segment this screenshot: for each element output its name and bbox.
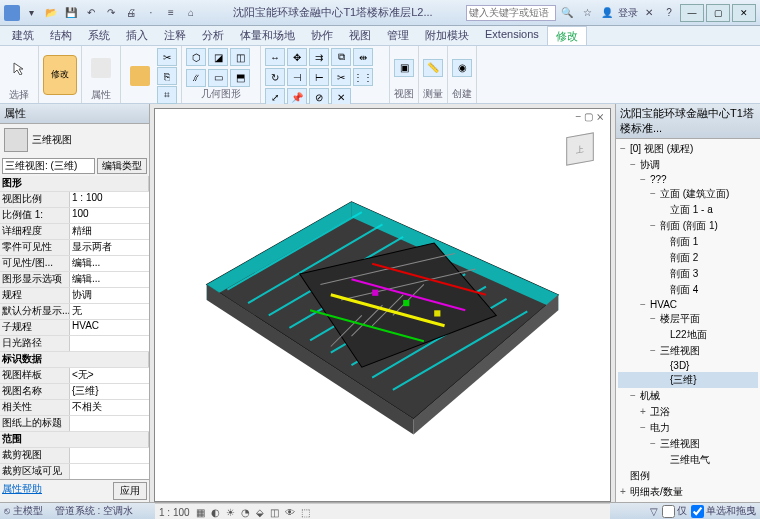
visual-style-icon[interactable]: ◐ bbox=[211, 507, 220, 518]
comm-icon[interactable]: ☆ bbox=[578, 4, 596, 22]
prop-group[interactable]: 图形 bbox=[0, 176, 149, 192]
ribbon-tab-0[interactable]: 建筑 bbox=[4, 26, 42, 45]
split2-icon[interactable]: ✂ bbox=[331, 68, 351, 86]
measure-icon[interactable]: ≡ bbox=[162, 4, 180, 22]
sun-icon[interactable]: ☀ bbox=[226, 507, 235, 518]
prop-group[interactable]: 范围 bbox=[0, 432, 149, 448]
join-icon[interactable]: ◫ bbox=[230, 48, 250, 66]
help-icon[interactable]: ? bbox=[660, 4, 678, 22]
tree-node[interactable]: {三维} bbox=[618, 372, 758, 388]
tree-node[interactable]: 立面 1 - a bbox=[618, 202, 758, 218]
ribbon-tab-3[interactable]: 插入 bbox=[118, 26, 156, 45]
prop-row[interactable]: 相关性不相关 bbox=[0, 400, 149, 416]
tree-node[interactable]: −协调 bbox=[618, 157, 758, 173]
status-only-chk[interactable]: 仅 bbox=[662, 504, 687, 518]
align-icon[interactable]: ↔ bbox=[265, 48, 285, 66]
match-icon[interactable]: ⌗ bbox=[157, 86, 177, 104]
tree-node[interactable]: 剖面 1 bbox=[618, 234, 758, 250]
ribbon-tab-10[interactable]: 附加模块 bbox=[417, 26, 477, 45]
split-icon[interactable]: ⫽ bbox=[186, 69, 206, 87]
cut-icon[interactable]: ✂ bbox=[157, 48, 177, 66]
edit-type-button[interactable]: 编辑类型 bbox=[97, 158, 147, 174]
tree-node[interactable]: +卫浴 bbox=[618, 404, 758, 420]
crop-icon[interactable]: ◫ bbox=[270, 507, 279, 518]
prop-row[interactable]: 视图样板<无> bbox=[0, 368, 149, 384]
prop-row[interactable]: 日光路径 bbox=[0, 336, 149, 352]
view-tool[interactable]: ▣ bbox=[394, 59, 414, 77]
select-tool[interactable] bbox=[4, 48, 34, 88]
home-icon[interactable]: ⌂ bbox=[182, 4, 200, 22]
scale-control[interactable]: 1 : 100 bbox=[159, 507, 190, 518]
tree-node[interactable]: −??? bbox=[618, 173, 758, 186]
save-icon[interactable]: 💾 bbox=[62, 4, 80, 22]
status-drag-chk[interactable]: 单选和拖曳 bbox=[691, 504, 756, 518]
tree-node[interactable]: {3D} bbox=[618, 359, 758, 372]
instance-selector[interactable]: 三维视图: (三维) bbox=[2, 158, 95, 174]
view-window[interactable]: − ▢ ⨯ 上 bbox=[154, 108, 611, 502]
prop-row[interactable]: 可见性/图...编辑... bbox=[0, 256, 149, 272]
prop-row[interactable]: 零件可见性显示两者 bbox=[0, 240, 149, 256]
tree-node[interactable]: 三维电气 bbox=[618, 452, 758, 468]
ribbon-tab-1[interactable]: 结构 bbox=[42, 26, 80, 45]
view-cube[interactable]: 上 bbox=[560, 129, 600, 169]
prop-row[interactable]: 裁剪区域可见 bbox=[0, 464, 149, 479]
hide-icon[interactable]: 👁 bbox=[285, 507, 295, 518]
tree-node[interactable]: +明细表/数量 bbox=[618, 484, 758, 500]
render-icon[interactable]: ⬙ bbox=[256, 507, 264, 518]
prop-row[interactable]: 比例值 1:100 bbox=[0, 208, 149, 224]
tree-node[interactable]: −HVAC bbox=[618, 298, 758, 311]
minimize-button[interactable]: — bbox=[680, 4, 704, 22]
reveal-icon[interactable]: ⬚ bbox=[301, 507, 310, 518]
qat-menu[interactable]: ▾ bbox=[22, 4, 40, 22]
properties-help-link[interactable]: 属性帮助 bbox=[2, 482, 42, 500]
ribbon-tab-8[interactable]: 视图 bbox=[341, 26, 379, 45]
tree-node[interactable]: 剖面 4 bbox=[618, 282, 758, 298]
prop-row[interactable]: 图形显示选项编辑... bbox=[0, 272, 149, 288]
modify-tool[interactable]: 修改 bbox=[43, 55, 77, 95]
demo-icon[interactable]: ⬒ bbox=[230, 69, 250, 87]
redo-icon[interactable]: ↷ bbox=[102, 4, 120, 22]
apply-button[interactable]: 应用 bbox=[113, 482, 147, 500]
copy-icon[interactable]: ⎘ bbox=[157, 67, 177, 85]
prop-row[interactable]: 裁剪视图 bbox=[0, 448, 149, 464]
prop-group[interactable]: 标识数据 bbox=[0, 352, 149, 368]
tree-node[interactable]: −机械 bbox=[618, 388, 758, 404]
status-workset[interactable]: ⎋ 主模型 bbox=[4, 504, 43, 518]
ribbon-tab-9[interactable]: 管理 bbox=[379, 26, 417, 45]
ribbon-tab-5[interactable]: 分析 bbox=[194, 26, 232, 45]
search-input[interactable] bbox=[466, 5, 556, 21]
tree-node[interactable]: −[0] 视图 (规程) bbox=[618, 141, 758, 157]
cut-geom-icon[interactable]: ◪ bbox=[208, 48, 228, 66]
tree-node[interactable]: 图例 bbox=[618, 468, 758, 484]
exchange-icon[interactable]: ✕ bbox=[640, 4, 658, 22]
create-tool[interactable]: ◉ bbox=[452, 59, 472, 77]
user-icon[interactable]: 👤 bbox=[598, 4, 616, 22]
paste-tool[interactable] bbox=[125, 56, 155, 96]
ribbon-tab-12[interactable]: 修改 bbox=[547, 26, 587, 45]
measure-tool[interactable]: 📏 bbox=[423, 59, 443, 77]
move-icon[interactable]: ✥ bbox=[287, 48, 307, 66]
maximize-button[interactable]: ▢ bbox=[706, 4, 730, 22]
ribbon-tab-7[interactable]: 协作 bbox=[303, 26, 341, 45]
status-filter[interactable]: ▽ bbox=[650, 504, 658, 518]
ribbon-tab-11[interactable]: Extensions bbox=[477, 26, 547, 45]
close-button[interactable]: ✕ bbox=[732, 4, 756, 22]
properties-tool[interactable] bbox=[86, 48, 116, 88]
properties-grid[interactable]: 图形视图比例1 : 100比例值 1:100详细程度精细零件可见性显示两者可见性… bbox=[0, 176, 149, 479]
tree-node[interactable]: −三维视图 bbox=[618, 436, 758, 452]
array-icon[interactable]: ⋮⋮ bbox=[353, 68, 373, 86]
undo-icon[interactable]: ↶ bbox=[82, 4, 100, 22]
tree-node[interactable]: L22地面 bbox=[618, 327, 758, 343]
detail-icon[interactable]: ▦ bbox=[196, 507, 205, 518]
model-3d-view[interactable] bbox=[155, 109, 610, 501]
shadow-icon[interactable]: ◔ bbox=[241, 507, 250, 518]
ribbon-tab-4[interactable]: 注释 bbox=[156, 26, 194, 45]
rotate-icon[interactable]: ↻ bbox=[265, 68, 285, 86]
wall-icon[interactable]: ▭ bbox=[208, 69, 228, 87]
tree-node[interactable]: 图纸 (全部) bbox=[618, 500, 758, 502]
tree-node[interactable]: 剖面 3 bbox=[618, 266, 758, 282]
tree-node[interactable]: −电力 bbox=[618, 420, 758, 436]
tree-node[interactable]: 剖面 2 bbox=[618, 250, 758, 266]
tree-node[interactable]: −剖面 (剖面 1) bbox=[618, 218, 758, 234]
tree-node[interactable]: −三维视图 bbox=[618, 343, 758, 359]
